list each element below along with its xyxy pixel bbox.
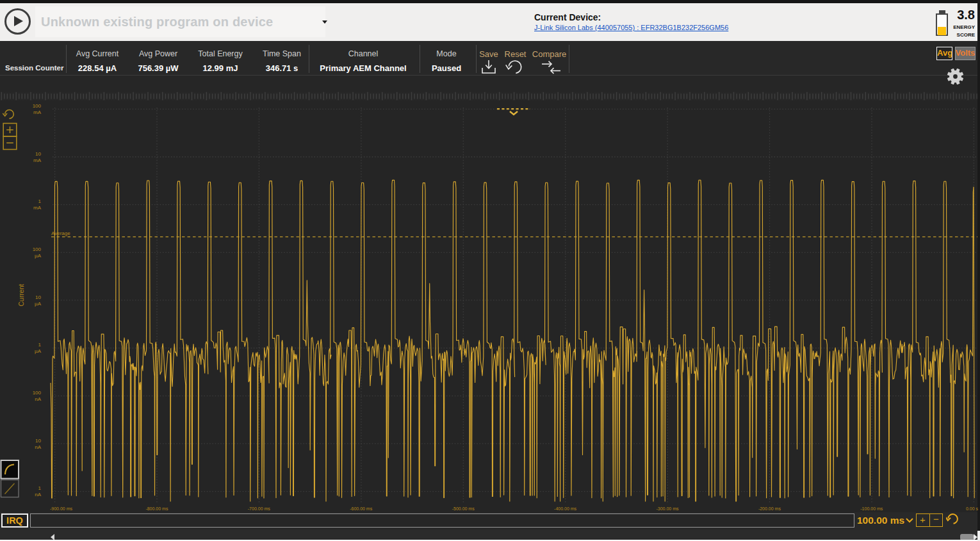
svg-text:10: 10: [35, 151, 41, 157]
svg-text:100: 100: [33, 103, 42, 109]
svg-text:Current: Current: [17, 284, 25, 306]
svg-text:1: 1: [38, 485, 42, 491]
svg-text:-200.00 ms: -200.00 ms: [758, 506, 781, 511]
svg-text:mA: mA: [33, 157, 42, 163]
svg-text:µA: µA: [35, 348, 42, 354]
svg-text:100: 100: [33, 246, 42, 252]
svg-text:10: 10: [35, 438, 41, 444]
svg-text:nA: nA: [35, 396, 41, 402]
svg-text:nA: nA: [35, 444, 41, 450]
svg-text:Average: Average: [51, 230, 70, 236]
svg-text:-600.00 ms: -600.00 ms: [350, 506, 373, 511]
svg-text:1: 1: [38, 198, 42, 204]
svg-text:0.00 s: 0.00 s: [966, 506, 979, 511]
svg-text:µA: µA: [35, 253, 42, 259]
svg-text:mA: mA: [33, 109, 42, 115]
svg-text:10: 10: [35, 295, 41, 300]
svg-text:-100.00 ms: -100.00 ms: [860, 506, 883, 511]
svg-text:-800.00 ms: -800.00 ms: [145, 506, 168, 511]
svg-text:nA: nA: [35, 492, 41, 497]
svg-text:-300.00 ms: -300.00 ms: [656, 506, 679, 511]
svg-text:100: 100: [33, 390, 42, 396]
svg-text:-700.00 ms: -700.00 ms: [248, 506, 271, 511]
svg-text:1: 1: [38, 342, 42, 348]
svg-text:mA: mA: [33, 205, 42, 211]
svg-text:-400.00 ms: -400.00 ms: [554, 506, 577, 511]
svg-text:µA: µA: [35, 301, 42, 307]
svg-text:-500.00 ms: -500.00 ms: [452, 506, 475, 511]
svg-text:-900.00 ms: -900.00 ms: [50, 506, 73, 511]
